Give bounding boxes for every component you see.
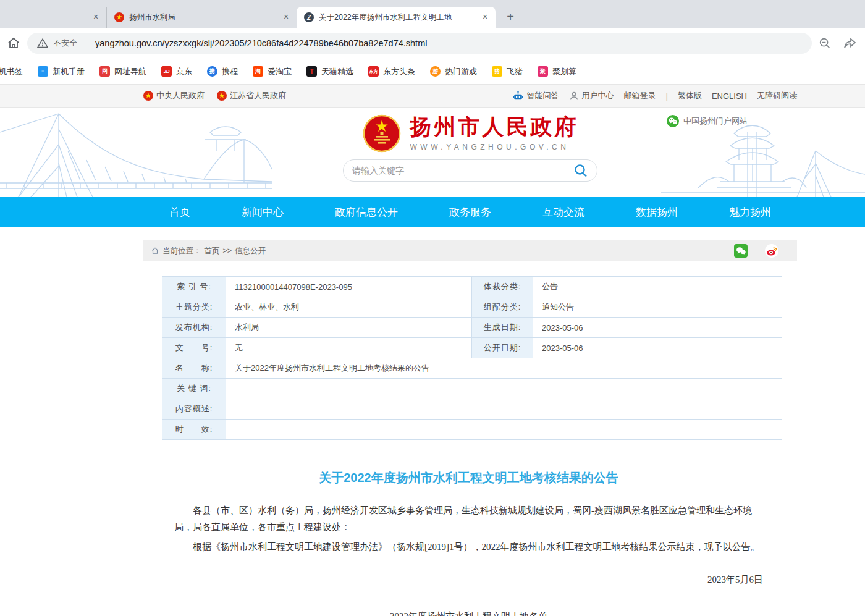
breadcrumb-home-icon (151, 247, 159, 255)
table-row: 内容概述: (162, 399, 782, 420)
bookmark-item[interactable]: 网 网址导航 (99, 66, 146, 77)
user-icon (569, 91, 579, 101)
site-header: 扬州市人民政府 WWW.YANGZHOU.GOV.CN 中国扬州门户网站 (0, 108, 865, 197)
meta-label: 文 号: (162, 338, 226, 358)
mail-login-link[interactable]: 邮箱登录 (624, 90, 656, 101)
nav-item-home[interactable]: 首页 (169, 205, 190, 219)
bookmark-item[interactable]: 淘 爱淘宝 (253, 66, 292, 77)
tab-article-active[interactable]: Z 关于2022年度扬州市水利工程文明工地 × (297, 7, 496, 28)
bookmark-label: 爱淘宝 (268, 66, 292, 77)
close-icon[interactable]: × (281, 12, 292, 23)
breadcrumb-home-link[interactable]: 首页 (205, 246, 220, 256)
bookmark-label: 网址导航 (114, 66, 146, 77)
nav-item-news[interactable]: 新闻中心 (242, 205, 284, 219)
breadcrumb: 当前位置： 首页 >> 信息公开 (143, 240, 797, 261)
smart-qa-link[interactable]: 智能问答 (512, 90, 559, 102)
bookmark-item[interactable]: 游 热门游戏 (430, 66, 477, 77)
bookmark-item[interactable]: T 天猫精选 (306, 66, 353, 77)
site-url-caption: WWW.YANGZHOU.GOV.CN (410, 143, 579, 151)
bookmark-favicon-icon: 游 (430, 66, 441, 77)
new-tab-button[interactable]: + (502, 8, 519, 25)
security-warning-icon[interactable] (37, 38, 48, 49)
breadcrumb-label: 当前位置： (162, 246, 201, 256)
bookmark-item[interactable]: 机书签 (0, 66, 23, 77)
zoom-out-icon[interactable] (818, 36, 832, 50)
meta-value: 公告 (533, 277, 782, 297)
user-center-link[interactable]: 用户中心 (569, 90, 614, 101)
link-jiangsu-gov[interactable]: 江苏省人民政府 (217, 90, 286, 101)
bookmark-label: 飞猪 (507, 66, 523, 77)
weibo-share-icon[interactable] (765, 244, 778, 258)
utility-bar: 中央人民政府 江苏省人民政府 智能问答 用户中心 邮箱登录 | (0, 85, 865, 108)
meta-value: 2023-05-06 (533, 318, 782, 338)
robot-icon (512, 90, 524, 102)
meta-label: 发布机构: (162, 318, 226, 338)
table-row: 索 引 号: 11321000014407098E-2023-095 体裁分类:… (162, 277, 782, 297)
bookmark-favicon-icon: ≡ (38, 66, 48, 77)
bookmark-favicon-icon: 网 (99, 66, 110, 77)
close-icon[interactable]: × (90, 12, 101, 23)
security-label: 不安全 (53, 38, 77, 49)
national-emblem-icon (362, 114, 402, 153)
omnibox-divider (86, 38, 86, 49)
table-row: 关 键 词: (162, 379, 782, 399)
nav-item-services[interactable]: 政务服务 (449, 205, 491, 219)
close-icon[interactable]: × (479, 12, 491, 23)
tab-shuiliju[interactable]: 扬州市水利局 × (106, 7, 297, 28)
link-label: 智能问答 (527, 90, 559, 101)
link-label: 用户中心 (582, 90, 614, 101)
bookmarks-bar: 机书签 ≡ 新机手册 网 网址导航 JD 京东 携 携程 淘 爱淘宝 T 天猫精… (0, 59, 865, 85)
meta-value (226, 399, 782, 420)
home-icon[interactable] (6, 36, 21, 51)
search-input[interactable] (352, 166, 573, 175)
bookmark-favicon-icon: 携 (207, 66, 217, 77)
meta-value (226, 420, 782, 440)
nav-item-interaction[interactable]: 互动交流 (542, 205, 584, 219)
site-favicon-icon: Z (304, 12, 314, 22)
nav-item-data[interactable]: 数据扬州 (636, 205, 678, 219)
bookmark-favicon-icon: T (306, 66, 317, 77)
meta-label: 组配分类: (472, 297, 533, 318)
site-name: 扬州市人民政府 (410, 116, 579, 140)
portal-caption[interactable]: 中国扬州门户网站 (667, 115, 748, 127)
url-text[interactable]: yangzhou.gov.cn/yzszxxgk/slj/202305/210c… (95, 38, 427, 48)
link-central-gov[interactable]: 中央人民政府 (143, 90, 205, 101)
article-paragraph: 根据《扬州市水利工程文明工地建设管理办法》（扬水规[2019]1号），2022年… (174, 539, 763, 555)
tab-title: 扬州市水利局 (129, 12, 276, 23)
nav-item-info-disclosure[interactable]: 政府信息公开 (335, 205, 398, 219)
search-icon[interactable] (573, 163, 588, 178)
tab-strip: × 扬州市水利局 × Z 关于2022年度扬州市水利工程文明工地 × + (0, 0, 865, 28)
bookmark-item[interactable]: 猪 飞猪 (492, 66, 523, 77)
traditional-link[interactable]: 繁体版 (678, 90, 702, 101)
meta-value: 无 (226, 338, 472, 358)
main-nav: 首页 新闻中心 政府信息公开 政务服务 互动交流 数据扬州 魅力扬州 (0, 197, 865, 227)
accessible-link[interactable]: 无障碍阅读 (757, 90, 797, 101)
bookmark-label: 东方头条 (383, 66, 415, 77)
bookmark-item[interactable]: 聚 聚划算 (538, 66, 576, 77)
bookmark-item[interactable]: 携 携程 (207, 66, 238, 77)
address-bar[interactable]: 不安全 yangzhou.gov.cn/yzszxxgk/slj/202305/… (27, 33, 812, 54)
english-link[interactable]: ENGLISH (712, 91, 747, 101)
link-label: 江苏省人民政府 (230, 90, 286, 101)
breadcrumb-current[interactable]: 信息公开 (235, 246, 266, 256)
bookmark-item[interactable]: ≡ 新机手册 (38, 66, 85, 77)
portal-label: 中国扬州门户网站 (683, 116, 748, 127)
wechat-share-icon[interactable] (734, 244, 748, 258)
tab-hidden[interactable]: × (0, 7, 106, 28)
bookmark-item[interactable]: JD 京东 (161, 66, 192, 77)
meta-value: 水利局 (226, 318, 472, 338)
article-paragraph: 各县（市、区）水利（务）局，扬州经济开发区城乡事务管理局，生态科技新城规划建设局… (174, 502, 763, 536)
meta-value: 农业、林业、水利 (226, 297, 472, 318)
bookmark-item[interactable]: 东方 东方头条 (368, 66, 415, 77)
search-box[interactable] (343, 159, 597, 182)
meta-label: 时 效: (162, 420, 226, 440)
article-body: 关于2022年度扬州市水利工程文明工地考核结果的公告 各县（市、区）水利（务）局… (143, 470, 797, 616)
bookmark-favicon-icon: 猪 (492, 66, 502, 77)
meta-label: 主题分类: (162, 297, 226, 318)
table-row: 发布机构: 水利局 生成日期: 2023-05-06 (162, 318, 782, 338)
share-icon[interactable] (843, 36, 858, 51)
bookmark-favicon-icon: 东方 (368, 66, 379, 77)
nav-item-charm[interactable]: 魅力扬州 (729, 205, 771, 219)
meta-value (226, 379, 782, 399)
utility-divider: | (666, 91, 668, 101)
